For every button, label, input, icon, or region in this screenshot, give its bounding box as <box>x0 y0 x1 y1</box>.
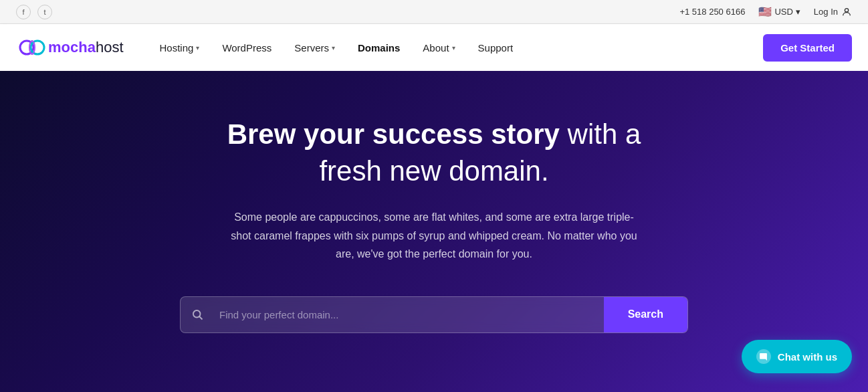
get-started-button[interactable]: Get Started <box>763 34 852 62</box>
search-button[interactable]: Search <box>604 297 687 332</box>
flag-icon: 🇺🇸 <box>758 5 772 18</box>
nav-hosting-label: Hosting <box>160 42 194 54</box>
facebook-icon[interactable]: f <box>16 5 31 19</box>
nav-servers-label: Servers <box>294 42 329 54</box>
nav-wordpress-label: WordPress <box>222 42 272 54</box>
hero-subtitle: Some people are cappuccinos, some are fl… <box>227 208 641 263</box>
chat-bubble-icon <box>756 349 771 364</box>
chat-widget[interactable]: Chat with us <box>742 340 852 373</box>
svg-point-0 <box>845 8 848 11</box>
hero-title-bold: Brew your success story <box>227 118 560 150</box>
nav-links: Hosting ▾ WordPress Servers ▾ Domains Ab… <box>150 37 764 59</box>
twitter-icon[interactable]: t <box>37 5 52 19</box>
nav-support[interactable]: Support <box>469 37 523 59</box>
about-chevron-icon: ▾ <box>452 44 455 52</box>
logo-icon <box>16 31 48 64</box>
nav-hosting[interactable]: Hosting ▾ <box>150 37 209 59</box>
navbar: mochahost Hosting ▾ WordPress Servers ▾ … <box>0 24 868 71</box>
phone-number: +1 518 250 6166 <box>679 7 745 17</box>
logo-text: mochahost <box>48 39 124 56</box>
svg-point-4 <box>193 310 201 318</box>
nav-domains-label: Domains <box>358 42 400 54</box>
login-button[interactable]: Log In <box>814 7 852 17</box>
social-links: f t <box>16 5 52 19</box>
currency-label: USD <box>774 7 792 17</box>
search-icon <box>181 297 214 332</box>
chat-label: Chat with us <box>778 351 837 363</box>
domain-search-bar: Search <box>180 296 688 333</box>
nav-about-label: About <box>423 42 449 54</box>
currency-selector[interactable]: 🇺🇸 USD ▾ <box>758 5 800 18</box>
logo[interactable]: mochahost <box>16 31 124 64</box>
nav-about[interactable]: About ▾ <box>413 37 464 59</box>
search-input[interactable] <box>214 297 604 332</box>
svg-line-5 <box>199 317 202 320</box>
hero-section: Brew your success story with a fresh new… <box>0 71 868 392</box>
nav-wordpress[interactable]: WordPress <box>213 37 281 59</box>
user-icon <box>841 7 852 17</box>
login-label: Log In <box>814 7 838 17</box>
servers-chevron-icon: ▾ <box>332 44 335 52</box>
currency-chevron-icon: ▾ <box>796 7 800 17</box>
hosting-chevron-icon: ▾ <box>196 44 199 52</box>
nav-support-label: Support <box>478 42 514 54</box>
topbar: f t +1 518 250 6166 🇺🇸 USD ▾ Log In <box>0 0 868 24</box>
nav-servers[interactable]: Servers ▾ <box>285 37 344 59</box>
hero-title: Brew your success story with a fresh new… <box>200 116 668 189</box>
nav-domains[interactable]: Domains <box>348 37 409 59</box>
